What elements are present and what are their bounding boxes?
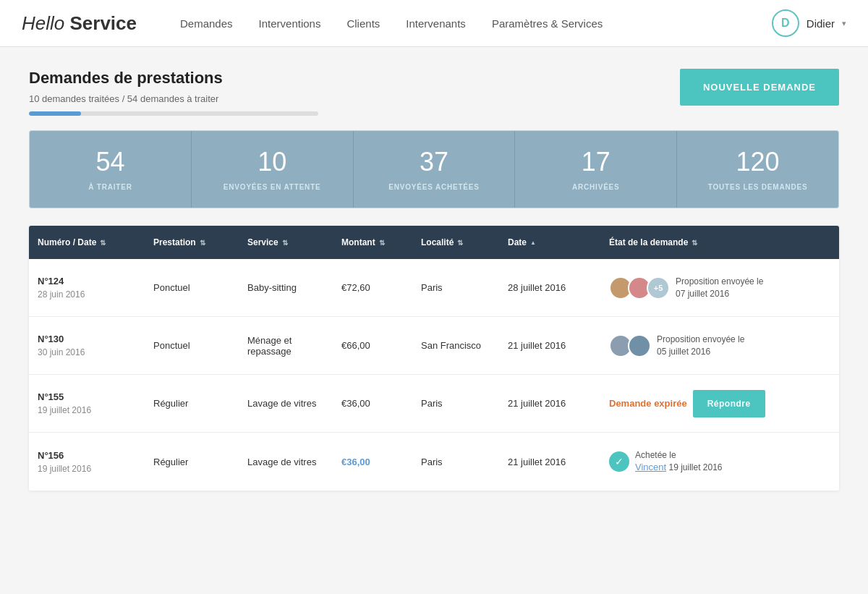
stat-label: ARCHIVÉES — [572, 183, 620, 191]
sort-icon — [530, 239, 536, 246]
etat-text: Proposition envoyée le05 juillet 2016 — [657, 334, 744, 357]
td-service: Ménage et repassage — [239, 322, 333, 370]
stat-number: 54 — [41, 147, 179, 177]
nav-link-interventions[interactable]: Interventions — [259, 17, 321, 30]
sort-icon — [282, 239, 288, 247]
repondre-button[interactable]: Répondre — [693, 390, 765, 417]
table-row: N°15519 juillet 2016RégulierLavage de vi… — [29, 375, 839, 433]
th-label: Montant — [341, 237, 375, 247]
th-label: État de la demande — [609, 237, 688, 247]
row-num: N°155 — [38, 391, 136, 402]
td-localite: San Francisco — [412, 327, 499, 364]
th-4[interactable]: Localité — [412, 226, 499, 259]
td-etat: Proposition envoyée le05 juillet 2016 — [600, 321, 839, 371]
sort-icon — [379, 239, 385, 247]
td-date: 28 juillet 2016 — [499, 269, 600, 306]
stat-card-2[interactable]: 37ENVOYÉES ACHETÉES — [354, 131, 516, 208]
logo-service: Service — [69, 12, 137, 34]
table-row: N°12428 juin 2016PonctuelBaby-sitting€72… — [29, 259, 839, 317]
etat-wrapper: Demande expirée — [609, 398, 687, 409]
nav-link-demandes[interactable]: Demandes — [180, 17, 233, 30]
page-subtitle: 10 demandes traitées / 54 demandes à tra… — [29, 93, 318, 104]
td-prestation: Régulier — [145, 385, 239, 422]
td-etat: Demande expiréeRépondre — [600, 377, 839, 430]
navbar: Hello Service DemandesInterventionsClien… — [0, 0, 868, 47]
td-localite: Paris — [412, 269, 499, 306]
etat-expired: Demande expirée — [609, 398, 687, 409]
td-etat: +5Proposition envoyée le07 juillet 2016 — [600, 263, 839, 313]
td-montant: €72,60 — [333, 269, 412, 306]
stat-number: 120 — [689, 147, 827, 177]
nav-user[interactable]: D Didier ▾ — [772, 9, 846, 37]
table-container: Numéro / DatePrestationServiceMontantLoc… — [29, 226, 839, 491]
row-num: N°156 — [38, 450, 136, 461]
th-label: Numéro / Date — [38, 237, 96, 247]
logo: Hello Service — [22, 12, 137, 35]
stat-number: 17 — [527, 147, 665, 177]
td-prestation: Ponctuel — [145, 269, 239, 306]
avatar: D — [772, 9, 799, 37]
stats-cards: 54À TRAITER10ENVOYÉES EN ATTENTE37ENVOYÉ… — [29, 130, 839, 208]
th-1[interactable]: Prestation — [145, 226, 239, 259]
td-montant: €36,00 — [333, 385, 412, 422]
sort-icon — [200, 239, 205, 247]
td-date: 21 juillet 2016 — [499, 444, 600, 480]
table-row: N°13030 juin 2016PonctuelMénage et repas… — [29, 317, 839, 375]
row-date: 19 juillet 2016 — [38, 405, 91, 415]
table-body: N°12428 juin 2016PonctuelBaby-sitting€72… — [29, 259, 839, 491]
etat-wrapper: Proposition envoyée le05 juillet 2016 — [657, 334, 744, 358]
td-service: Lavage de vitres — [239, 385, 333, 422]
nav-link-intervenants[interactable]: Intervenants — [406, 17, 466, 30]
row-date: 30 juin 2016 — [38, 347, 85, 357]
chevron-down-icon: ▾ — [842, 19, 846, 28]
montant-value: €36,00 — [341, 457, 370, 467]
avatars-group: +5 — [609, 276, 670, 300]
avatar-initial: D — [781, 17, 790, 30]
row-date: 19 juillet 2016 — [38, 464, 91, 474]
avatar-plus: +5 — [647, 276, 670, 300]
page-title: Demandes de prestations — [29, 69, 318, 88]
stat-label: TOUTES LES DEMANDES — [708, 183, 808, 191]
th-label: Localité — [421, 237, 454, 247]
nav-links: DemandesInterventionsClientsIntervenants… — [180, 17, 772, 30]
td-service: Lavage de vitres — [239, 444, 333, 480]
stat-card-1[interactable]: 10ENVOYÉES EN ATTENTE — [192, 131, 354, 208]
nav-link-parametres[interactable]: Paramètres & Services — [492, 17, 603, 30]
page-header-left: Demandes de prestations 10 demandes trai… — [29, 69, 318, 116]
sort-icon — [457, 239, 463, 247]
progress-fill — [29, 111, 81, 116]
etat-link[interactable]: Vincent — [635, 462, 666, 472]
td-localite: Paris — [412, 444, 499, 480]
etat-wrapper: Proposition envoyée le07 juillet 2016 — [676, 276, 763, 300]
username: Didier — [807, 17, 835, 30]
stat-card-3[interactable]: 17ARCHIVÉES — [515, 131, 677, 208]
th-label: Prestation — [153, 237, 196, 247]
th-3[interactable]: Montant — [333, 226, 412, 259]
stat-card-4[interactable]: 120TOUTES LES DEMANDES — [677, 131, 838, 208]
stat-label: ENVOYÉES EN ATTENTE — [224, 183, 321, 191]
th-6[interactable]: État de la demande — [600, 226, 839, 259]
row-num: N°124 — [38, 276, 136, 287]
main-content: Demandes de prestations 10 demandes trai… — [14, 47, 854, 512]
sort-icon — [692, 239, 697, 247]
td-num-date: N°12428 juin 2016 — [29, 263, 145, 313]
td-date: 21 juillet 2016 — [499, 327, 600, 364]
td-etat: ✓Achetée leVincent 19 juillet 2016 — [600, 436, 839, 488]
avatar-1 — [628, 334, 651, 357]
td-num-date: N°13030 juin 2016 — [29, 321, 145, 370]
td-localite: Paris — [412, 385, 499, 422]
sort-icon — [100, 239, 106, 247]
new-demande-button[interactable]: NOUVELLE DEMANDE — [680, 69, 839, 106]
stat-number: 10 — [203, 147, 341, 177]
stat-card-0[interactable]: 54À TRAITER — [30, 131, 192, 208]
td-num-date: N°15519 juillet 2016 — [29, 378, 145, 428]
avatars-group — [609, 334, 651, 357]
check-icon: ✓ — [609, 451, 629, 472]
table-header: Numéro / DatePrestationServiceMontantLoc… — [29, 226, 839, 259]
th-2[interactable]: Service — [239, 226, 333, 259]
th-0[interactable]: Numéro / Date — [29, 226, 145, 259]
td-date: 21 juillet 2016 — [499, 385, 600, 422]
th-5[interactable]: Date — [499, 226, 600, 259]
td-montant: €66,00 — [333, 327, 412, 364]
nav-link-clients[interactable]: Clients — [346, 17, 380, 30]
